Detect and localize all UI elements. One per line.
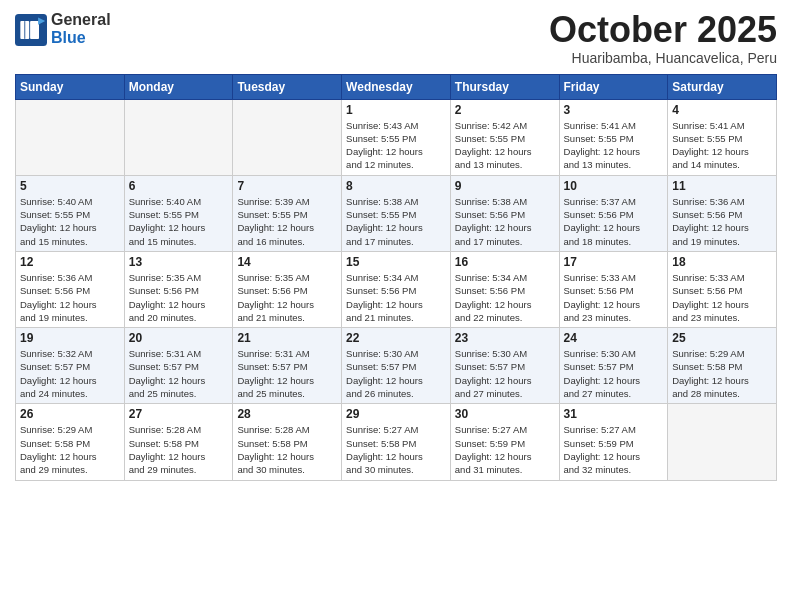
day-info: Sunrise: 5:27 AM Sunset: 5:58 PM Dayligh…	[346, 423, 446, 476]
table-row: 24Sunrise: 5:30 AM Sunset: 5:57 PM Dayli…	[559, 328, 668, 404]
day-number: 2	[455, 103, 555, 117]
col-friday: Friday	[559, 74, 668, 99]
day-number: 19	[20, 331, 120, 345]
calendar-week-row: 26Sunrise: 5:29 AM Sunset: 5:58 PM Dayli…	[16, 404, 777, 480]
svg-rect-2	[30, 21, 39, 39]
day-info: Sunrise: 5:27 AM Sunset: 5:59 PM Dayligh…	[455, 423, 555, 476]
day-info: Sunrise: 5:27 AM Sunset: 5:59 PM Dayligh…	[564, 423, 664, 476]
table-row: 1Sunrise: 5:43 AM Sunset: 5:55 PM Daylig…	[342, 99, 451, 175]
day-info: Sunrise: 5:29 AM Sunset: 5:58 PM Dayligh…	[20, 423, 120, 476]
col-wednesday: Wednesday	[342, 74, 451, 99]
table-row: 31Sunrise: 5:27 AM Sunset: 5:59 PM Dayli…	[559, 404, 668, 480]
table-row: 8Sunrise: 5:38 AM Sunset: 5:55 PM Daylig…	[342, 175, 451, 251]
calendar-week-row: 5Sunrise: 5:40 AM Sunset: 5:55 PM Daylig…	[16, 175, 777, 251]
table-row: 5Sunrise: 5:40 AM Sunset: 5:55 PM Daylig…	[16, 175, 125, 251]
table-row: 7Sunrise: 5:39 AM Sunset: 5:55 PM Daylig…	[233, 175, 342, 251]
day-number: 31	[564, 407, 664, 421]
day-info: Sunrise: 5:32 AM Sunset: 5:57 PM Dayligh…	[20, 347, 120, 400]
day-number: 20	[129, 331, 229, 345]
table-row	[233, 99, 342, 175]
day-number: 13	[129, 255, 229, 269]
col-thursday: Thursday	[450, 74, 559, 99]
day-number: 7	[237, 179, 337, 193]
table-row: 27Sunrise: 5:28 AM Sunset: 5:58 PM Dayli…	[124, 404, 233, 480]
col-monday: Monday	[124, 74, 233, 99]
table-row: 9Sunrise: 5:38 AM Sunset: 5:56 PM Daylig…	[450, 175, 559, 251]
page: General Blue October 2025 Huaribamba, Hu…	[0, 0, 792, 612]
table-row: 17Sunrise: 5:33 AM Sunset: 5:56 PM Dayli…	[559, 251, 668, 327]
table-row	[124, 99, 233, 175]
day-info: Sunrise: 5:29 AM Sunset: 5:58 PM Dayligh…	[672, 347, 772, 400]
day-info: Sunrise: 5:43 AM Sunset: 5:55 PM Dayligh…	[346, 119, 446, 172]
day-number: 22	[346, 331, 446, 345]
table-row: 15Sunrise: 5:34 AM Sunset: 5:56 PM Dayli…	[342, 251, 451, 327]
day-info: Sunrise: 5:40 AM Sunset: 5:55 PM Dayligh…	[129, 195, 229, 248]
col-tuesday: Tuesday	[233, 74, 342, 99]
table-row: 3Sunrise: 5:41 AM Sunset: 5:55 PM Daylig…	[559, 99, 668, 175]
day-info: Sunrise: 5:33 AM Sunset: 5:56 PM Dayligh…	[564, 271, 664, 324]
table-row: 30Sunrise: 5:27 AM Sunset: 5:59 PM Dayli…	[450, 404, 559, 480]
day-number: 4	[672, 103, 772, 117]
calendar-week-row: 19Sunrise: 5:32 AM Sunset: 5:57 PM Dayli…	[16, 328, 777, 404]
table-row: 21Sunrise: 5:31 AM Sunset: 5:57 PM Dayli…	[233, 328, 342, 404]
table-row: 29Sunrise: 5:27 AM Sunset: 5:58 PM Dayli…	[342, 404, 451, 480]
day-info: Sunrise: 5:31 AM Sunset: 5:57 PM Dayligh…	[237, 347, 337, 400]
day-number: 16	[455, 255, 555, 269]
day-info: Sunrise: 5:30 AM Sunset: 5:57 PM Dayligh…	[564, 347, 664, 400]
table-row: 4Sunrise: 5:41 AM Sunset: 5:55 PM Daylig…	[668, 99, 777, 175]
day-number: 11	[672, 179, 772, 193]
day-info: Sunrise: 5:38 AM Sunset: 5:56 PM Dayligh…	[455, 195, 555, 248]
table-row	[16, 99, 125, 175]
table-row: 26Sunrise: 5:29 AM Sunset: 5:58 PM Dayli…	[16, 404, 125, 480]
day-info: Sunrise: 5:34 AM Sunset: 5:56 PM Dayligh…	[346, 271, 446, 324]
day-info: Sunrise: 5:38 AM Sunset: 5:55 PM Dayligh…	[346, 195, 446, 248]
day-number: 14	[237, 255, 337, 269]
day-number: 3	[564, 103, 664, 117]
table-row: 16Sunrise: 5:34 AM Sunset: 5:56 PM Dayli…	[450, 251, 559, 327]
table-row: 10Sunrise: 5:37 AM Sunset: 5:56 PM Dayli…	[559, 175, 668, 251]
day-info: Sunrise: 5:34 AM Sunset: 5:56 PM Dayligh…	[455, 271, 555, 324]
day-info: Sunrise: 5:33 AM Sunset: 5:56 PM Dayligh…	[672, 271, 772, 324]
day-info: Sunrise: 5:42 AM Sunset: 5:55 PM Dayligh…	[455, 119, 555, 172]
day-info: Sunrise: 5:41 AM Sunset: 5:55 PM Dayligh…	[564, 119, 664, 172]
table-row: 2Sunrise: 5:42 AM Sunset: 5:55 PM Daylig…	[450, 99, 559, 175]
day-number: 17	[564, 255, 664, 269]
day-number: 24	[564, 331, 664, 345]
day-info: Sunrise: 5:31 AM Sunset: 5:57 PM Dayligh…	[129, 347, 229, 400]
day-number: 6	[129, 179, 229, 193]
day-number: 21	[237, 331, 337, 345]
day-info: Sunrise: 5:36 AM Sunset: 5:56 PM Dayligh…	[672, 195, 772, 248]
day-number: 23	[455, 331, 555, 345]
calendar-week-row: 1Sunrise: 5:43 AM Sunset: 5:55 PM Daylig…	[16, 99, 777, 175]
day-number: 8	[346, 179, 446, 193]
logo-general-text: General	[51, 11, 111, 28]
day-info: Sunrise: 5:40 AM Sunset: 5:55 PM Dayligh…	[20, 195, 120, 248]
table-row: 13Sunrise: 5:35 AM Sunset: 5:56 PM Dayli…	[124, 251, 233, 327]
table-row	[668, 404, 777, 480]
day-number: 29	[346, 407, 446, 421]
calendar-week-row: 12Sunrise: 5:36 AM Sunset: 5:56 PM Dayli…	[16, 251, 777, 327]
day-info: Sunrise: 5:35 AM Sunset: 5:56 PM Dayligh…	[237, 271, 337, 324]
table-row: 23Sunrise: 5:30 AM Sunset: 5:57 PM Dayli…	[450, 328, 559, 404]
table-row: 20Sunrise: 5:31 AM Sunset: 5:57 PM Dayli…	[124, 328, 233, 404]
day-info: Sunrise: 5:37 AM Sunset: 5:56 PM Dayligh…	[564, 195, 664, 248]
logo-blue-text: Blue	[51, 29, 86, 46]
day-number: 1	[346, 103, 446, 117]
header: General Blue October 2025 Huaribamba, Hu…	[15, 10, 777, 66]
logo: General Blue	[15, 10, 111, 46]
day-number: 9	[455, 179, 555, 193]
day-number: 15	[346, 255, 446, 269]
table-row: 14Sunrise: 5:35 AM Sunset: 5:56 PM Dayli…	[233, 251, 342, 327]
month-title: October 2025	[549, 10, 777, 50]
day-info: Sunrise: 5:39 AM Sunset: 5:55 PM Dayligh…	[237, 195, 337, 248]
table-row: 28Sunrise: 5:28 AM Sunset: 5:58 PM Dayli…	[233, 404, 342, 480]
day-info: Sunrise: 5:36 AM Sunset: 5:56 PM Dayligh…	[20, 271, 120, 324]
table-row: 11Sunrise: 5:36 AM Sunset: 5:56 PM Dayli…	[668, 175, 777, 251]
table-row: 12Sunrise: 5:36 AM Sunset: 5:56 PM Dayli…	[16, 251, 125, 327]
day-info: Sunrise: 5:35 AM Sunset: 5:56 PM Dayligh…	[129, 271, 229, 324]
day-info: Sunrise: 5:30 AM Sunset: 5:57 PM Dayligh…	[455, 347, 555, 400]
logo-icon	[15, 14, 47, 46]
day-number: 18	[672, 255, 772, 269]
location: Huaribamba, Huancavelica, Peru	[549, 50, 777, 66]
day-number: 10	[564, 179, 664, 193]
